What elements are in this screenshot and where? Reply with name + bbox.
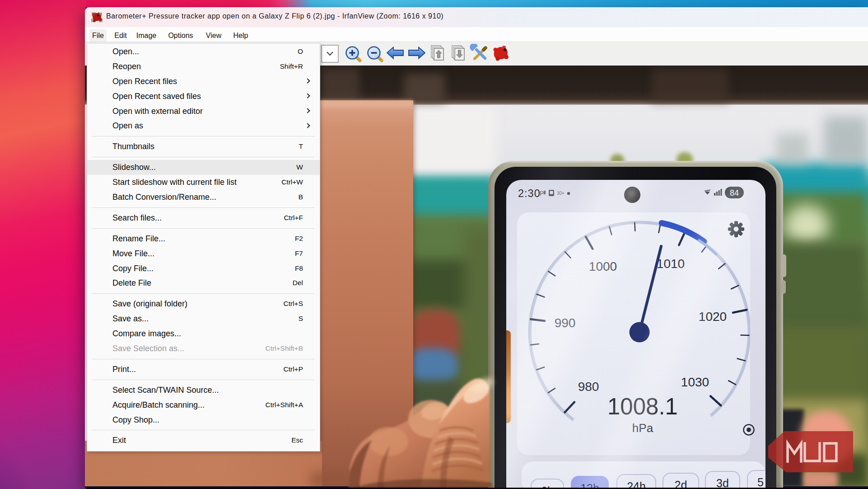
svg-text:1030: 1030 bbox=[681, 375, 709, 389]
svg-text:1000: 1000 bbox=[589, 259, 617, 273]
svg-text:1010: 1010 bbox=[657, 257, 685, 271]
svg-text:84: 84 bbox=[730, 188, 739, 197]
svg-text:P: P bbox=[540, 190, 544, 197]
svg-text:1020: 1020 bbox=[699, 310, 727, 324]
svg-text:30+: 30+ bbox=[557, 191, 565, 196]
svg-text:990: 990 bbox=[555, 316, 576, 330]
